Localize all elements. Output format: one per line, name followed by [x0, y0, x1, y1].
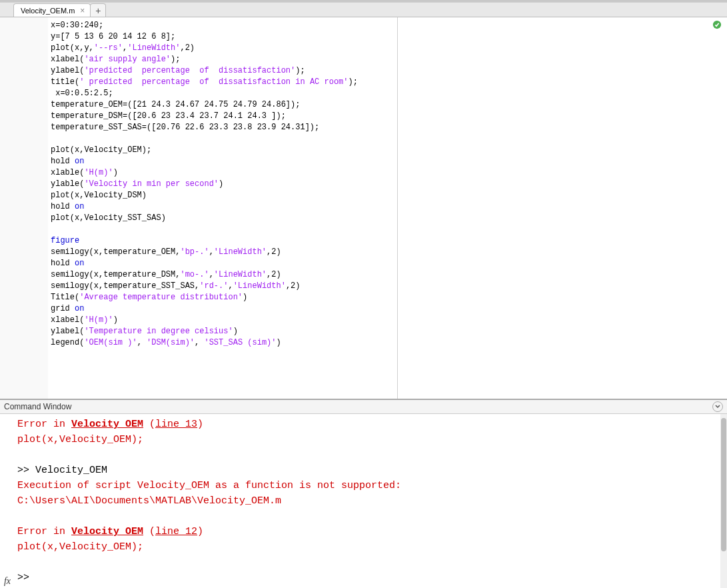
error-path: C:\Users\ALI\Documents\MATLAB\Velocity_O…	[17, 495, 281, 507]
error-plot-line: plot(x,Velocity_OEM);	[17, 434, 143, 445]
command-window: fx Error in Velocity_OEM (line 13) plot(…	[0, 414, 727, 588]
editor-right-pane	[398, 17, 727, 399]
add-tab-button[interactable]: +	[90, 3, 106, 17]
command-window-title: Command Window	[4, 402, 71, 411]
error-line-link[interactable]: line 12	[155, 526, 197, 537]
tab-label: Velocity_OEM.m	[21, 7, 75, 15]
editor-tab-bar: Velocity_OEM.m × +	[0, 3, 727, 17]
tab-velocity-oem[interactable]: Velocity_OEM.m ×	[13, 3, 91, 17]
command-window-header: Command Window	[0, 399, 727, 414]
chevron-down-icon	[715, 404, 720, 409]
status-ok-icon	[712, 20, 722, 29]
scrollbar-thumb[interactable]	[721, 418, 726, 551]
prompt-history: >> Velocity_OEM	[17, 465, 107, 476]
code-pane[interactable]: x=0:30:240; y=[7 5 13 6 20 14 12 6 8]; p…	[48, 17, 398, 399]
error-text: Error in	[17, 419, 71, 430]
command-window-scrollbar[interactable]	[720, 414, 727, 588]
panel-menu-button[interactable]	[712, 401, 723, 412]
error-line-link[interactable]: line 13	[155, 419, 197, 430]
editor-area: x=0:30:240; y=[7 5 13 6 20 14 12 6 8]; p…	[0, 17, 727, 399]
fx-icon[interactable]: fx	[4, 576, 11, 587]
editor-gutter	[0, 17, 48, 399]
error-script-link[interactable]: Velocity_OEM	[71, 419, 143, 430]
command-window-content[interactable]: Error in Velocity_OEM (line 13) plot(x,V…	[15, 414, 720, 588]
prompt[interactable]: >>	[17, 572, 35, 583]
error-script-link[interactable]: Velocity_OEM	[71, 526, 143, 537]
command-window-gutter: fx	[0, 414, 15, 588]
close-icon[interactable]: ×	[79, 6, 86, 15]
error-exec-msg: Execution of script Velocity_OEM as a fu…	[17, 480, 401, 491]
